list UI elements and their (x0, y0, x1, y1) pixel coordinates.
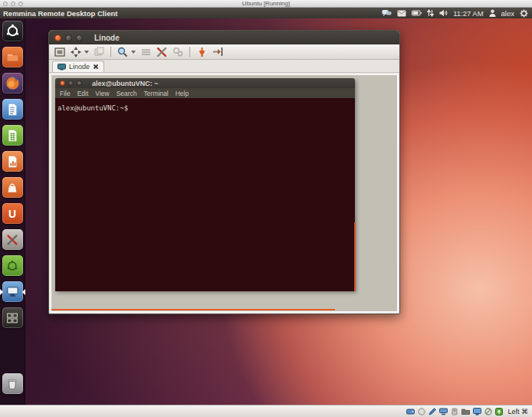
remmina-tabbar: Linode (49, 60, 399, 73)
tab-label: Linode (69, 63, 90, 71)
grab-keyboard-button[interactable] (140, 46, 152, 58)
hard-disk-icon[interactable] (406, 408, 415, 415)
launcher-item-dash-home[interactable] (2, 21, 23, 41)
files-folder-icon (2, 47, 23, 67)
terminal-content[interactable]: alex@ubuntuVNC:~$ (55, 98, 355, 291)
menu-help[interactable]: Help (176, 90, 189, 97)
vbox-window-titlebar: Ubuntu [Running] (0, 0, 532, 8)
launcher-item-firefox[interactable] (2, 73, 23, 94)
fit-window-dropdown-caret[interactable] (84, 51, 89, 54)
launcher-item-workspace-switcher[interactable] (2, 307, 23, 328)
launcher-item-trash[interactable] (2, 373, 23, 394)
toolbar-separator (189, 47, 190, 57)
mail-icon[interactable] (397, 10, 406, 17)
remmina-toolbar (49, 44, 399, 60)
connection-tools-button[interactable] (172, 46, 184, 58)
clock[interactable]: 11:27 AM (453, 9, 483, 18)
remmina-icon (2, 281, 23, 302)
workspace-switcher-icon (2, 307, 23, 328)
tab-linode[interactable]: Linode (52, 61, 104, 72)
display-icon[interactable] (473, 408, 481, 415)
toolbar-separator (110, 47, 111, 57)
menu-file[interactable]: File (60, 90, 71, 97)
network-icon[interactable] (439, 408, 448, 415)
session-username[interactable]: alex (501, 9, 514, 18)
remote-terminal-window[interactable]: alex@ubuntuVNC: ~ File Edit View Search … (55, 78, 355, 291)
battery-icon[interactable] (412, 10, 422, 16)
ubuntu-top-panel: Remmina Remote Desktop Client 11:27 AM a… (0, 8, 532, 18)
terminal-minimize-button[interactable] (68, 80, 74, 86)
calc-icon (2, 125, 23, 146)
vnc-viewport[interactable]: alex@ubuntuVNC: ~ File Edit View Search … (51, 74, 398, 312)
launcher-item-ubuntu-one[interactable]: U (2, 203, 23, 224)
screenshot-eject-button[interactable] (212, 46, 224, 58)
running-indicator-arrow (0, 289, 3, 295)
sound-icon[interactable] (439, 9, 448, 17)
menu-terminal[interactable]: Terminal (144, 90, 169, 97)
remmina-window: Linode (48, 30, 400, 314)
remote-wallpaper-edge (51, 309, 335, 310)
pen-tablet-icon[interactable] (429, 408, 436, 415)
ubuntu-one-icon: U (2, 203, 23, 224)
network-traffic-icon[interactable] (427, 9, 434, 17)
impress-icon (2, 151, 23, 172)
tab-close-icon[interactable] (93, 64, 99, 70)
terminal-close-button[interactable] (60, 80, 65, 86)
launcher-item-libreoffice-calc[interactable] (2, 125, 23, 146)
dash-home-icon (2, 21, 23, 41)
messages-icon[interactable] (382, 9, 392, 17)
fullscreen-toggle-button[interactable] (54, 46, 66, 58)
software-center-icon (2, 177, 23, 198)
host-key-state-icon[interactable] (495, 408, 503, 415)
shell-prompt: alex@ubuntuVNC:~$ (57, 104, 128, 112)
active-app-title: Remmina Remote Desktop Client (3, 9, 117, 18)
optical-disk-icon[interactable] (418, 408, 425, 415)
host-key-label: Left ⌘ (507, 408, 528, 415)
window-close-button[interactable] (54, 34, 61, 41)
preferences-tools-button[interactable] (156, 46, 168, 58)
window-title: Linode (94, 34, 120, 42)
unity-launcher: U (0, 18, 25, 405)
window-maximize-button[interactable] (76, 34, 83, 41)
scaled-view-button[interactable] (117, 46, 129, 58)
shared-folder-icon[interactable] (461, 408, 470, 415)
window-minimize-button[interactable] (65, 34, 72, 41)
launcher-item-software-updater[interactable] (2, 255, 23, 276)
trash-icon (2, 373, 23, 394)
terminal-menubar: File Edit View Search Terminal Help (55, 88, 355, 98)
indicator-tray: 11:27 AM alex (382, 9, 528, 18)
menu-edit[interactable]: Edit (77, 90, 89, 97)
terminal-titlebar[interactable]: alex@ubuntuVNC: ~ (55, 78, 355, 88)
launcher-item-system-settings[interactable] (2, 229, 23, 250)
writer-icon (2, 99, 23, 120)
user-icon[interactable] (489, 9, 496, 17)
session-gear-icon[interactable] (520, 9, 528, 18)
launcher-item-files[interactable] (2, 47, 23, 67)
tab-connection-icon (57, 64, 66, 71)
firefox-icon (2, 73, 23, 94)
launcher-item-libreoffice-impress[interactable] (2, 151, 23, 172)
software-updater-icon (2, 255, 23, 276)
menu-view[interactable]: View (95, 90, 109, 97)
vbox-window-title: Ubuntu [Running] (0, 0, 532, 8)
duplicate-connection-button[interactable] (93, 46, 105, 58)
terminal-edge-artifact (354, 222, 356, 291)
launcher-item-software-center[interactable] (2, 177, 23, 198)
scaled-view-dropdown-caret[interactable] (131, 51, 136, 54)
terminal-maximize-button[interactable] (77, 80, 82, 86)
system-settings-icon (2, 229, 23, 250)
vbox-statusbar: Left ⌘ (0, 405, 532, 417)
usb-icon[interactable] (451, 408, 458, 415)
terminal-title: alex@ubuntuVNC: ~ (92, 80, 159, 87)
menu-search[interactable]: Search (117, 90, 137, 97)
focused-indicator-arrow (22, 289, 25, 295)
remmina-titlebar[interactable]: Linode (49, 31, 399, 44)
fit-window-button[interactable] (70, 46, 82, 58)
launcher-item-remmina[interactable] (2, 281, 23, 302)
launcher-item-libreoffice-writer[interactable] (2, 99, 23, 120)
disconnect-plug-button[interactable] (195, 46, 208, 58)
mouse-integration-icon[interactable] (484, 408, 492, 415)
